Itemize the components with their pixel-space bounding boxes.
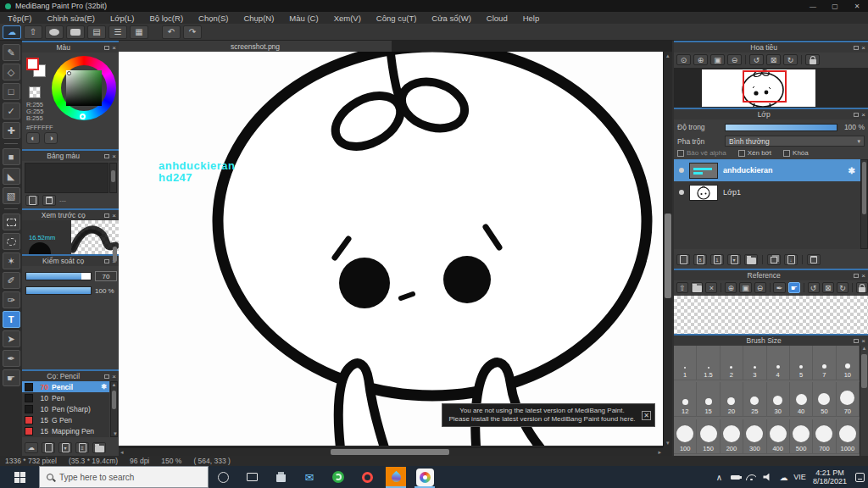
select-pen-tool[interactable]: ✑: [3, 291, 20, 308]
select-tool[interactable]: [3, 214, 20, 230]
checkbox-lock[interactable]: Khóa: [783, 149, 809, 157]
checkbox-clipping-box[interactable]: [738, 150, 745, 157]
eyedropper-button[interactable]: ✒: [773, 282, 785, 293]
layers-header[interactable]: Lớp ×: [674, 109, 868, 119]
brush-list-item[interactable]: 10Pen (Sharp): [22, 403, 109, 414]
task-view-button[interactable]: [237, 466, 266, 488]
brush-list-header[interactable]: Cọ: Pencil ×: [22, 371, 119, 381]
comment-box-button[interactable]: [66, 25, 85, 39]
sv-selector-dot[interactable]: [67, 71, 71, 75]
brush-size-value[interactable]: 70: [95, 271, 117, 281]
brush-size-slider[interactable]: [25, 272, 92, 280]
brush-size-option[interactable]: 150: [697, 419, 720, 454]
navigator-preview[interactable]: [674, 68, 868, 108]
brush-script-button[interactable]: ≡: [75, 442, 89, 453]
transparent-color-swatch[interactable]: [29, 86, 41, 98]
float-panel-icon[interactable]: [104, 259, 109, 263]
notification-close-icon[interactable]: ✕: [642, 411, 651, 420]
close-button[interactable]: ✕: [846, 0, 868, 12]
brush-preview-header[interactable]: Xem trước cọ ×: [22, 210, 119, 220]
undo-button[interactable]: ↶: [162, 25, 181, 39]
float-panel-icon[interactable]: [104, 154, 109, 158]
import-layer-button[interactable]: ▾: [727, 254, 741, 265]
cloud-upload-button[interactable]: ⇧: [24, 25, 42, 39]
delete-color-button[interactable]: [42, 195, 56, 206]
close-panel-icon[interactable]: ×: [861, 274, 865, 278]
brush-list-item[interactable]: 10Pen: [22, 392, 109, 403]
brush-opacity-slider[interactable]: [25, 286, 92, 295]
brush-size-option[interactable]: 12: [674, 382, 697, 417]
layer-list-scrollbar[interactable]: [860, 159, 868, 249]
tray-expand-chevron[interactable]: ∧: [711, 466, 727, 488]
menu-item-cua-so[interactable]: Cửa sổ(W): [424, 12, 478, 24]
color-picker-dialog-button[interactable]: ◑: [44, 132, 58, 144]
scroll-down-arrow[interactable]: ▾: [666, 439, 670, 447]
float-panel-icon[interactable]: [104, 374, 109, 379]
brush-control-header[interactable]: Kiểm soát cọ ×: [22, 256, 119, 266]
palette-dialog-button[interactable]: ◐: [26, 132, 40, 144]
zoom-in-button[interactable]: ⊕: [725, 282, 737, 293]
menu-item-chup[interactable]: Chụp(N): [236, 12, 281, 24]
brush-size-option[interactable]: 20: [721, 382, 743, 417]
zoom-cursor-button[interactable]: ⊙: [676, 54, 691, 65]
navigator-viewport-rect[interactable]: [743, 70, 787, 103]
menu-item-help[interactable]: Help: [515, 12, 548, 24]
cloud-paint-button[interactable]: ☁: [3, 25, 21, 39]
brush-size-option[interactable]: 25: [743, 382, 766, 417]
brush-size-option[interactable]: 70: [837, 382, 860, 417]
layer-scroll-thumb[interactable]: [862, 162, 866, 214]
brush-scroll-thumb[interactable]: [112, 391, 116, 409]
eraser-tool[interactable]: ◇: [3, 64, 20, 80]
brush-list-item[interactable]: 70Pencil✱: [22, 381, 109, 392]
rotate-cw-button[interactable]: ↻: [783, 54, 798, 65]
pen-control-tool[interactable]: ✐: [3, 272, 20, 289]
mail-button[interactable]: ✉: [295, 466, 324, 488]
float-panel-icon[interactable]: [854, 274, 859, 278]
magic-wand-tool[interactable]: ✶: [3, 252, 20, 269]
brush-size-option[interactable]: 30: [767, 382, 790, 417]
brush-size-option[interactable]: 15: [697, 382, 720, 417]
palette-scroll-thumb[interactable]: [111, 170, 115, 182]
brush-size-option[interactable]: 50: [813, 382, 836, 417]
taskbar-search[interactable]: Type here to search: [39, 466, 209, 488]
float-panel-icon[interactable]: [104, 214, 109, 218]
language-indicator[interactable]: VIE: [792, 466, 808, 488]
brush-size-option[interactable]: 7: [813, 346, 836, 380]
bucket-tool[interactable]: ◣: [3, 168, 20, 185]
brush-list-item[interactable]: [22, 436, 109, 437]
new-layer-1bit-button[interactable]: 1: [710, 254, 724, 265]
redo-button[interactable]: ↷: [183, 25, 202, 39]
frame-tool[interactable]: □: [3, 83, 20, 100]
add-brush-menu-button[interactable]: ▾: [58, 442, 72, 453]
close-panel-icon[interactable]: ×: [861, 339, 865, 343]
checkbox-clipping[interactable]: Xén bớt: [738, 149, 771, 157]
drawing-canvas[interactable]: anhduckieran hd247: [119, 52, 663, 446]
menu-item-tep[interactable]: Tệp(F): [0, 12, 40, 24]
open-folder-button[interactable]: [691, 282, 703, 293]
cloud-download-button[interactable]: ☁: [25, 442, 38, 453]
layer-item[interactable]: anhduckieran✱: [674, 159, 860, 181]
float-panel-icon[interactable]: [104, 46, 109, 50]
upload-image-button[interactable]: ⇧: [676, 282, 688, 293]
operation-tool[interactable]: ➤: [3, 330, 20, 347]
checkbox-lock-box[interactable]: [783, 150, 790, 157]
brush-size-option[interactable]: 100: [674, 419, 697, 454]
close-panel-icon[interactable]: ×: [112, 154, 116, 158]
zoom-out-button[interactable]: ⊖: [727, 54, 742, 65]
document-tab[interactable]: screenshot.png: [119, 41, 392, 52]
menu-item-xem[interactable]: Xem(V): [326, 12, 369, 24]
float-panel-icon[interactable]: [854, 339, 859, 343]
brush-size-scrollbar[interactable]: ▲: [860, 346, 868, 456]
brush-size-option[interactable]: 3: [743, 346, 766, 380]
minimize-button[interactable]: —: [802, 0, 824, 12]
hue-selector-dot[interactable]: [80, 114, 86, 119]
close-image-button[interactable]: ×: [705, 282, 717, 293]
store-button[interactable]: [266, 466, 295, 488]
layer-item[interactable]: Lớp1: [674, 181, 860, 203]
reset-rotation-button[interactable]: ⊠: [822, 282, 834, 293]
brush-tool[interactable]: ✎: [3, 44, 20, 61]
config-list-button[interactable]: ☰: [108, 25, 127, 39]
close-panel-icon[interactable]: ×: [112, 46, 116, 50]
brush-size-option[interactable]: 1.5: [697, 346, 720, 380]
new-layer-button[interactable]: [676, 254, 690, 265]
